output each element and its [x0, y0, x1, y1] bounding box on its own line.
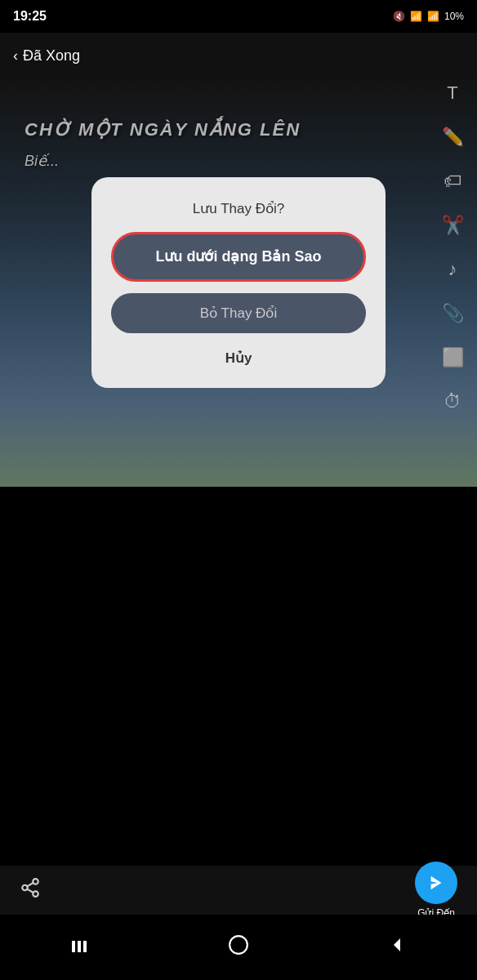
back-label: Đã Xong [23, 47, 80, 65]
wifi-icon: 📶 [410, 11, 422, 22]
save-copy-button[interactable]: Lưu dưới dạng Bản Sao [111, 232, 366, 282]
send-button-container: Gửi Đến [415, 862, 457, 919]
nav-home-button[interactable] [228, 934, 249, 960]
svg-rect-6 [72, 941, 75, 952]
battery-level: 10% [444, 11, 464, 22]
dialog-title: Lưu Thay Đổi? [193, 200, 284, 217]
dialog-overlay: Lưu Thay Đổi? Lưu dưới dạng Bản Sao Bỏ T… [0, 78, 477, 487]
svg-marker-10 [394, 938, 400, 951]
share-button[interactable] [20, 877, 41, 903]
back-button[interactable]: ‹ Đã Xong [13, 47, 80, 65]
status-icons: 🔇 📶 📶 10% [393, 11, 464, 22]
cancel-button[interactable]: Hủy [225, 345, 252, 372]
svg-point-9 [230, 936, 247, 954]
save-dialog: Lưu Thay Đổi? Lưu dưới dạng Bản Sao Bỏ T… [91, 177, 386, 388]
signal-icon: 📶 [427, 11, 439, 22]
bottom-action-bar: Gửi Đến [0, 866, 477, 915]
send-button[interactable] [415, 862, 457, 904]
status-bar: 19:25 🔇 📶 📶 10% [0, 0, 477, 33]
svg-line-3 [27, 889, 33, 893]
top-bar: ‹ Đã Xong [0, 33, 477, 78]
bottom-black-area [0, 487, 477, 915]
nav-back-button[interactable] [388, 935, 408, 960]
back-icon: ‹ [13, 47, 18, 65]
discard-button[interactable]: Bỏ Thay Đổi [111, 293, 366, 333]
svg-rect-8 [83, 941, 87, 952]
nav-menu-button[interactable] [69, 935, 89, 960]
status-time: 19:25 [13, 9, 47, 24]
svg-rect-7 [78, 941, 81, 952]
mute-icon: 🔇 [393, 11, 405, 22]
svg-line-4 [27, 883, 33, 886]
svg-marker-5 [431, 876, 442, 890]
nav-bar [0, 915, 477, 980]
